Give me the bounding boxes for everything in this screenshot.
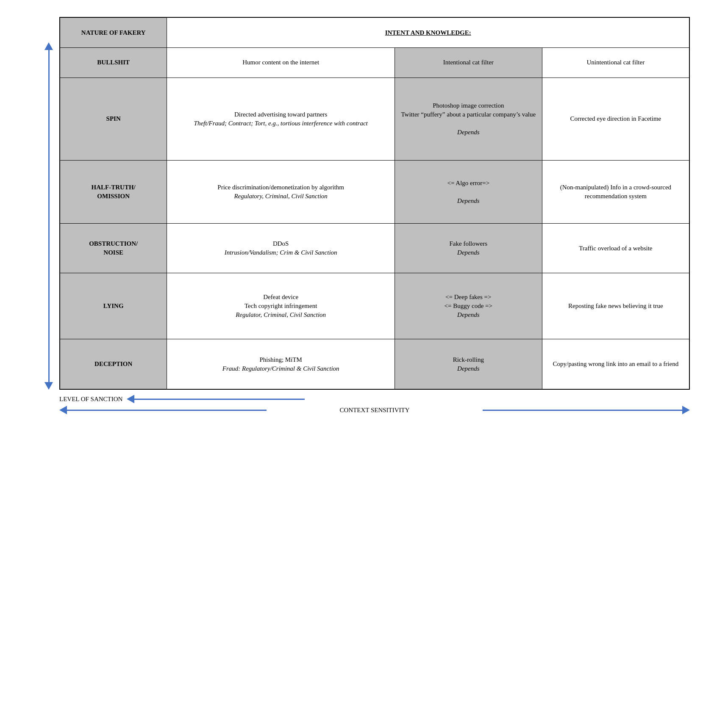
cell-text: Humor content on the internet (242, 59, 319, 66)
cell-lying-middle: <= Deep fakes =><= Buggy code =>Depends (395, 273, 542, 339)
cell-text-italic: Theft/Fraud; Contract; Tort, e.g., torti… (194, 120, 368, 127)
cell-deception-unintentional: Copy/pasting wrong link into an email to… (542, 339, 689, 389)
cell-bullshit-unintentional: Unintentional cat filter (542, 48, 689, 78)
nature-label-bullshit: BULLSHIT (97, 59, 130, 66)
cell-text-italic: Intrusion/Vandalism; Crim & Civil Sancti… (225, 249, 337, 256)
cell-text-italic: Fraud: Regulatory/Criminal & Civil Sanct… (222, 365, 339, 372)
nature-label-obstruction: OBSTRUCTION/NOISE (89, 240, 138, 256)
bottom-arrows-container: LEVEL OF SANCTION CONTEXT SENSITIVITY (38, 395, 690, 414)
nature-header-label: NATURE OF FAKERY (81, 29, 146, 36)
cell-obstruction-middle: Fake followersDepends (395, 223, 542, 273)
cell-halftruth-unintentional: (Non-manipulated) Info in a crowd-source… (542, 161, 689, 224)
cell-obstruction-intentional: DDoS Intrusion/Vandalism; Crim & Civil S… (167, 223, 395, 273)
cell-deception-middle: Rick-rollingDepends (395, 339, 542, 389)
nature-cell-lying: LYING (60, 273, 167, 339)
arrow-line-vertical (48, 50, 50, 382)
cell-text: Rick-rollingDepends (453, 356, 484, 372)
context-arrow: CONTEXT SENSITIVITY (59, 406, 690, 414)
cell-text: Intentional cat filter (443, 59, 494, 66)
nature-cell-deception: DECEPTION (60, 339, 167, 389)
cell-text-main: Phishing; MiTM (259, 356, 302, 363)
level-sanction-label: LEVEL OF SANCTION (59, 396, 122, 403)
cell-text: (Non-manipulated) Info in a crowd-source… (560, 184, 671, 200)
header-row: NATURE OF FAKERY INTENT AND KNOWLEDGE: (60, 17, 689, 48)
cell-text: Corrected eye direction in Facetime (570, 115, 661, 122)
nature-label-lying: LYING (103, 302, 124, 309)
level-sanction-row: LEVEL OF SANCTION (59, 395, 690, 403)
table-row: HALF-TRUTH/OMISSION Price discrimination… (60, 161, 689, 224)
cell-text: Reposting fake news believing it true (568, 302, 663, 309)
cell-spin-middle: Photoshop image correctionTwitter “puffe… (395, 78, 542, 160)
arrow-head-left-icon (127, 395, 134, 403)
vertical-arrow (44, 42, 53, 390)
main-table: NATURE OF FAKERY INTENT AND KNOWLEDGE: B… (59, 17, 690, 390)
cell-spin-unintentional: Corrected eye direction in Facetime (542, 78, 689, 160)
arrow-line-h (134, 399, 305, 400)
cell-text-italic: Regulatory, Criminal, Civil Sanction (234, 193, 327, 200)
table-row: BULLSHIT Humor content on the internet I… (60, 48, 689, 78)
arrow-head-left2-icon (59, 406, 67, 414)
sanction-arrow (127, 395, 305, 403)
cell-bullshit-intentional: Humor content on the internet (167, 48, 395, 78)
cell-text-main: DDoS (273, 240, 289, 247)
arrow-head-up-icon (44, 42, 53, 50)
cell-text-italic: Regulator, Criminal, Civil Sanction (236, 311, 326, 318)
left-arrow-column (38, 17, 59, 390)
nature-label-spin: SPIN (106, 115, 121, 122)
nature-cell-spin: SPIN (60, 78, 167, 160)
cell-halftruth-intentional: Price discrimination/demonetization by a… (167, 161, 395, 224)
cell-text: Unintentional cat filter (587, 59, 645, 66)
table-row: OBSTRUCTION/NOISE DDoS Intrusion/Vandali… (60, 223, 689, 273)
nature-label-halftruth: HALF-TRUTH/OMISSION (92, 184, 136, 200)
cell-text-main: Directed advertising toward partners (234, 111, 328, 118)
arrow-line-h3 (483, 410, 682, 411)
nature-label-deception: DECEPTION (94, 360, 132, 367)
cell-text: Copy/pasting wrong link into an email to… (553, 360, 679, 367)
cell-text: Photoshop image correctionTwitter “puffe… (401, 102, 536, 136)
cell-spin-intentional: Directed advertising toward partners The… (167, 78, 395, 160)
main-wrapper: NATURE OF FAKERY INTENT AND KNOWLEDGE: B… (38, 17, 690, 414)
page-container: NATURE OF FAKERY INTENT AND KNOWLEDGE: B… (21, 8, 707, 431)
cell-bullshit-middle: Intentional cat filter (395, 48, 542, 78)
table-row: DECEPTION Phishing; MiTM Fraud: Regulato… (60, 339, 689, 389)
arrow-head-down-icon (44, 382, 53, 390)
arrow-head-right-icon (682, 406, 690, 414)
nature-cell-obstruction: OBSTRUCTION/NOISE (60, 223, 167, 273)
cell-lying-intentional: Defeat deviceTech copyright infringement… (167, 273, 395, 339)
table-and-arrows: NATURE OF FAKERY INTENT AND KNOWLEDGE: B… (38, 17, 690, 390)
intent-header-cell: INTENT AND KNOWLEDGE: (167, 17, 689, 48)
cell-deception-intentional: Phishing; MiTM Fraud: Regulatory/Crimina… (167, 339, 395, 389)
cell-text-main: Price discrimination/demonetization by a… (217, 184, 344, 191)
arrow-line-h2 (67, 410, 267, 411)
nature-header-cell: NATURE OF FAKERY (60, 17, 167, 48)
nature-cell-bullshit: BULLSHIT (60, 48, 167, 78)
context-sensitivity-row: CONTEXT SENSITIVITY (59, 406, 690, 414)
cell-text: Traffic overload of a website (579, 245, 652, 252)
cell-obstruction-unintentional: Traffic overload of a website (542, 223, 689, 273)
table-row: SPIN Directed advertising toward partner… (60, 78, 689, 160)
cell-text: <= Algo error=>Depends (447, 180, 489, 204)
table-row: LYING Defeat deviceTech copyright infrin… (60, 273, 689, 339)
context-sensitivity-label: CONTEXT SENSITIVITY (267, 407, 483, 414)
cell-text-main: Defeat deviceTech copyright infringement (245, 294, 317, 309)
cell-text: Fake followersDepends (450, 240, 488, 256)
intent-header-label: INTENT AND KNOWLEDGE: (385, 29, 471, 36)
cell-lying-unintentional: Reposting fake news believing it true (542, 273, 689, 339)
cell-text: <= Deep fakes =><= Buggy code =>Depends (445, 294, 492, 318)
cell-halftruth-middle: <= Algo error=>Depends (395, 161, 542, 224)
nature-cell-halftruth: HALF-TRUTH/OMISSION (60, 161, 167, 224)
